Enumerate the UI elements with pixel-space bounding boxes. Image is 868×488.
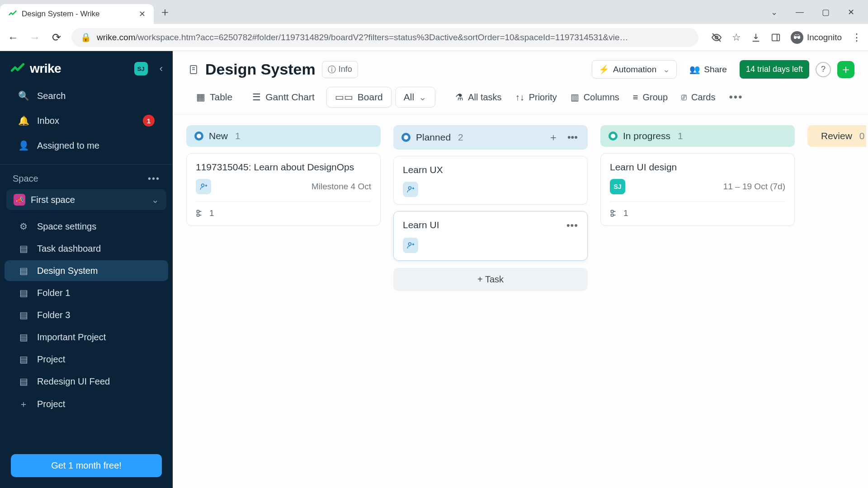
reload-button[interactable]: ⟳ <box>50 31 63 44</box>
chevron-down-icon[interactable]: ⌄ <box>771 7 778 17</box>
column-count: 1 <box>235 131 241 141</box>
eye-off-icon[interactable] <box>711 32 722 43</box>
add-card-icon[interactable]: ＋ <box>547 131 560 144</box>
sidebar-item-folder-1[interactable]: ▤Folder 1 <box>5 282 168 303</box>
project-title[interactable]: Design System <box>205 61 316 78</box>
close-window-icon[interactable]: ✕ <box>848 7 854 17</box>
sidebar-inbox-label: Inbox <box>37 116 59 126</box>
filter-all-label: All <box>404 92 414 103</box>
card-meta: Milestone 4 Oct <box>311 182 371 192</box>
collapse-sidebar-icon[interactable]: ‹ <box>160 63 163 75</box>
browser-tab[interactable]: Design System - Wrike ✕ <box>0 4 154 24</box>
add-assignee-button[interactable] <box>403 238 418 253</box>
view-table-label: Table <box>210 92 232 103</box>
column-header[interactable]: New1 <box>186 125 381 147</box>
forward-button[interactable]: → <box>28 31 42 44</box>
sidebar-item-space-settings[interactable]: ⚙Space settings <box>5 216 168 237</box>
space-color-icon: 📣 <box>14 194 25 206</box>
sidebar-assigned[interactable]: 👤 Assigned to me <box>5 135 168 156</box>
card-title: Learn UI <box>403 220 439 230</box>
svg-rect-18 <box>611 210 613 212</box>
card-title: 1197315045: Learn about DesignOps <box>196 162 354 173</box>
new-tab-button[interactable]: ＋ <box>159 4 171 20</box>
add-assignee-button[interactable] <box>196 179 211 194</box>
download-icon[interactable] <box>751 33 761 42</box>
address-bar[interactable]: 🔒 wrike.com /workspace.htm?acc=6250782#f… <box>71 28 698 47</box>
window-controls: ⌄ — ▢ ✕ <box>771 7 868 17</box>
sidebar-item-important-project[interactable]: ▤Important Project <box>5 327 168 347</box>
tab-close-icon[interactable]: ✕ <box>139 9 146 19</box>
task-card[interactable]: Learn UI designSJ11 – 19 Oct (7d)1 <box>600 153 795 226</box>
incognito-indicator[interactable]: 🕶 Incognito <box>791 31 842 44</box>
cards-button[interactable]: ⎚Cards <box>681 92 715 103</box>
doc-icon: ▤ <box>18 265 29 276</box>
svg-rect-11 <box>197 214 199 216</box>
doc-icon: ▤ <box>18 310 29 320</box>
promo-button[interactable]: Get 1 month free! <box>11 454 162 477</box>
minimize-icon[interactable]: — <box>796 7 804 17</box>
space-menu-icon[interactable]: ••• <box>148 174 160 184</box>
help-button[interactable]: ? <box>816 62 831 77</box>
status-dot-icon <box>401 133 410 142</box>
sidebar-item-folder-3[interactable]: ▤Folder 3 <box>5 305 168 325</box>
create-button[interactable]: ＋ <box>837 61 854 78</box>
user-avatar[interactable]: SJ <box>134 62 148 75</box>
task-card[interactable]: Learn UX <box>393 156 588 205</box>
sidebar-item-redesign-ui-feed[interactable]: ▤Redesign UI Feed <box>5 371 168 392</box>
sidebar-search[interactable]: 🔍 Search <box>5 85 168 107</box>
columns-button[interactable]: ▥Columns <box>571 92 619 103</box>
column-review: Review0 <box>807 125 866 147</box>
task-card[interactable]: Learn UI••• <box>393 211 588 261</box>
space-selector[interactable]: 📣 First space ⌄ <box>6 189 166 210</box>
column-menu-icon[interactable]: ••• <box>566 131 580 143</box>
more-menu-icon[interactable]: ••• <box>729 91 743 103</box>
tab-title: Design System - Wrike <box>22 9 134 19</box>
column-name: In progress <box>623 131 670 141</box>
subtask-count[interactable]: 1 <box>610 202 785 218</box>
subtask-count[interactable]: 1 <box>196 202 371 218</box>
back-button[interactable]: ← <box>6 31 20 44</box>
column-name: Planned <box>416 132 451 143</box>
project-header: Design System ⓘ Info ⚡ Automation ⌄ 👥 Sh… <box>173 51 868 82</box>
sidebar-assigned-label: Assigned to me <box>37 141 99 151</box>
gantt-icon: ☰ <box>252 92 261 103</box>
doc-icon: ▤ <box>18 354 29 365</box>
filter-all[interactable]: All⌄ <box>395 87 435 108</box>
sidebar-item-design-system[interactable]: ▤Design System <box>5 260 168 281</box>
add-task-button[interactable]: + Task <box>393 268 588 291</box>
column-inprogress: In progress1Learn UI designSJ11 – 19 Oct… <box>600 125 795 226</box>
sidebar-inbox[interactable]: 🔔 Inbox 1 <box>5 109 168 132</box>
maximize-icon[interactable]: ▢ <box>822 7 830 17</box>
view-table[interactable]: ▦Table <box>188 87 241 107</box>
svg-rect-2 <box>772 34 780 41</box>
panel-icon[interactable] <box>771 33 781 42</box>
star-icon[interactable]: ☆ <box>732 32 741 43</box>
sidebar-item-project[interactable]: ＋Project <box>5 393 168 415</box>
kebab-menu-icon[interactable]: ⋮ <box>852 32 862 43</box>
status-dot-icon <box>609 131 618 141</box>
card-menu-icon[interactable]: ••• <box>566 220 578 231</box>
assignee-avatar[interactable]: SJ <box>610 179 625 194</box>
filter-tasks-label: All tasks <box>468 92 501 103</box>
filter-icon: ⚗ <box>455 92 463 103</box>
task-card[interactable]: 1197315045: Learn about DesignOpsMilesto… <box>186 153 381 226</box>
share-button[interactable]: 👥 Share <box>683 61 733 78</box>
view-gantt[interactable]: ☰Gantt Chart <box>244 87 323 107</box>
column-header[interactable]: Planned2＋••• <box>393 125 588 150</box>
sidebar-space-heading: Space ••• <box>0 169 173 187</box>
column-count: 1 <box>678 131 683 141</box>
sort-priority[interactable]: ↑↓Priority <box>515 92 557 103</box>
automation-button[interactable]: ⚡ Automation ⌄ <box>592 60 677 79</box>
view-board[interactable]: ▭▭Board <box>326 87 392 108</box>
column-name: New <box>209 131 228 141</box>
trial-badge[interactable]: 14 trial days left <box>740 60 809 79</box>
sidebar-item-task-dashboard[interactable]: ▤Task dashboard <box>5 238 168 259</box>
sidebar-search-label: Search <box>37 91 66 101</box>
column-header[interactable]: Review0 <box>807 125 866 147</box>
info-button[interactable]: ⓘ Info <box>322 61 358 78</box>
column-header[interactable]: In progress1 <box>600 125 795 147</box>
add-assignee-button[interactable] <box>403 182 418 197</box>
sidebar-item-project[interactable]: ▤Project <box>5 349 168 370</box>
group-button[interactable]: ≡Group <box>633 92 668 103</box>
filter-tasks[interactable]: ⚗All tasks <box>455 92 501 103</box>
